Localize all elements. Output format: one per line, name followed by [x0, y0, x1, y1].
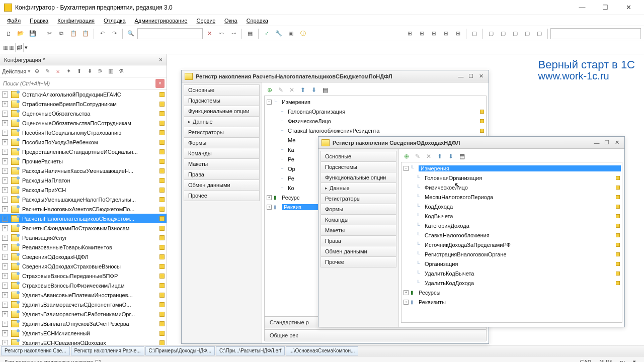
copy-icon[interactable]: ⧉	[56, 28, 67, 39]
expand-icon[interactable]: +	[2, 206, 8, 212]
props-dim-icon[interactable]: ▤	[320, 85, 330, 95]
tree-item[interactable]: +ОценочныеОбязательстваПоСотрудникам	[0, 118, 167, 128]
tree-node[interactable]: ╙ГоловнаяОрганизация	[266, 107, 485, 116]
menu-item[interactable]: Справка	[243, 17, 272, 25]
tb-r9[interactable]: ▢	[510, 28, 521, 39]
expand-icon[interactable]: +	[2, 340, 8, 345]
expand-icon[interactable]: +	[2, 225, 8, 231]
tree-node[interactable]: ╙УдалитьКодДохода	[403, 278, 621, 288]
expand-icon[interactable]: +	[2, 197, 8, 203]
add-dim-icon[interactable]: ⊕	[265, 85, 274, 95]
tree-item[interactable]: +ПрочиеРасчеты	[0, 156, 167, 166]
tree-item[interactable]: +РасчетыНалоговыхАгентовСБюджетомПо...	[0, 204, 167, 214]
tree-node[interactable]: ╙КодДохода	[403, 202, 621, 211]
form-tab[interactable]: Команды	[320, 214, 396, 225]
tree-node[interactable]: ╙МесяцНалоговогоПериода	[403, 192, 621, 202]
up-dim-icon[interactable]: ⬆	[435, 152, 444, 161]
toolbar-search[interactable]	[137, 28, 203, 39]
edit-dim-icon[interactable]: ✎	[413, 152, 422, 161]
edit-row-icon[interactable]: ✎	[43, 67, 52, 76]
wand-icon[interactable]: ✦	[64, 67, 73, 76]
tree-node[interactable]: ╙УдалитьКодВычета	[403, 268, 621, 278]
menu-item[interactable]: Правка	[26, 17, 52, 25]
form-tab[interactable]: Права	[320, 235, 396, 246]
tree-node[interactable]: ╙РегистрацияВналоговомОргане	[403, 249, 621, 259]
tb-r4[interactable]: ⊞	[440, 28, 451, 39]
undo-icon[interactable]: ↶	[97, 28, 108, 39]
tree-item[interactable]: +СведенияОДоходахСтраховыеВзносы	[0, 261, 167, 271]
edit-dim-icon[interactable]: ✎	[276, 85, 285, 95]
expand-icon[interactable]: +	[2, 302, 8, 308]
down-dim-icon[interactable]: ⬇	[309, 85, 318, 95]
add-dim-icon[interactable]: ⊕	[402, 152, 411, 161]
expand-icon[interactable]: +	[2, 321, 8, 327]
expand-icon[interactable]: +	[2, 130, 8, 136]
minimize-button[interactable]: —	[571, 0, 594, 15]
tree-node[interactable]: +▮Ресурсы	[403, 288, 621, 297]
config-tree[interactable]: +ОстаткиАлкогольнойПродукцииЕГАИС+Отрабо…	[0, 89, 167, 345]
form-tab[interactable]: Макеты	[320, 225, 396, 236]
menu-item[interactable]: Администрирование	[131, 17, 192, 25]
del-dim-icon[interactable]: ✕	[287, 85, 296, 95]
cfg-open-icon[interactable]: ▥	[3, 44, 8, 51]
tb-r10[interactable]: ▢	[522, 28, 533, 39]
win2-titlebar[interactable]: Регистр накопления СведенияОДоходахНДФЛ …	[318, 137, 624, 149]
win1-titlebar[interactable]: Регистр накопления РасчетыНалогоплательщ…	[182, 70, 489, 82]
form-tab[interactable]: Команды	[184, 148, 260, 159]
expand-icon[interactable]: +	[2, 216, 8, 222]
tree-node[interactable]: ╙ИсточникДоходаЗаПределамиРФ	[403, 240, 621, 249]
expand-icon[interactable]: +	[2, 168, 8, 174]
cfg-db-icon[interactable]: ▥	[9, 44, 14, 51]
save-icon[interactable]: 💾	[27, 28, 38, 39]
up-icon[interactable]: ⬆	[74, 67, 84, 76]
find-icon[interactable]: 🔍	[125, 28, 136, 39]
tb-r2[interactable]: ⊞	[416, 28, 427, 39]
win2-max-icon[interactable]: ☐	[602, 139, 611, 147]
form-tab[interactable]: Функциональные опции	[320, 172, 396, 183]
form-tab[interactable]: Подсистемы	[184, 95, 260, 106]
tree-item[interactable]: +ОтработанноеВремяПоСотрудникам	[0, 99, 167, 109]
expand-icon[interactable]: +	[2, 311, 8, 317]
expand-icon[interactable]: +	[2, 244, 8, 250]
form-tab[interactable]: Формы	[320, 204, 396, 215]
win2-min-icon[interactable]: —	[592, 139, 601, 147]
module-icon[interactable]: ▣	[285, 28, 296, 39]
cut-icon[interactable]: ✂	[44, 28, 55, 39]
tb-r8[interactable]: ▢	[498, 28, 509, 39]
form-tab[interactable]: Данные	[320, 183, 396, 194]
expand-icon[interactable]: +	[2, 149, 8, 155]
expand-icon[interactable]: +	[2, 235, 8, 241]
tree-node[interactable]: ╙Организация	[403, 259, 621, 268]
cfg-sheet-icon[interactable]: 🗐	[17, 45, 22, 51]
tree-node[interactable]: ╙СтавкаНалогообложения	[403, 230, 621, 240]
form-tab[interactable]: Основные	[184, 84, 260, 96]
tb-r11[interactable]: ▢	[534, 28, 545, 39]
tree-item[interactable]: +УдалитьАвансовыеПлатежиИностранцев...	[0, 290, 167, 300]
add-icon[interactable]: ⊕	[32, 67, 41, 76]
tree-item[interactable]: +РеализацияУслуг	[0, 233, 167, 242]
win2-close-icon[interactable]: ✕	[612, 139, 621, 147]
open-icon[interactable]: 📂	[15, 28, 26, 39]
expand-icon[interactable]: +	[2, 111, 8, 117]
tree-item[interactable]: +РасходыПриУСН	[0, 185, 167, 195]
form-tab[interactable]: Подсистемы	[320, 161, 396, 172]
sidebar-search-input[interactable]	[2, 80, 155, 87]
paste-icon[interactable]: 📋	[68, 28, 79, 39]
cfg-more-icon[interactable]: ▾	[25, 44, 28, 51]
expand-icon[interactable]: +	[2, 158, 8, 164]
maximize-button[interactable]: ☐	[594, 0, 617, 15]
tree-item[interactable]: +УдалитьВзаиморасчетыСРаботникамиОрг...	[0, 309, 167, 319]
tb-r6[interactable]: ▢	[469, 28, 480, 39]
tree-item[interactable]: +УдалитьЕСНСведенияОДоходах	[0, 338, 167, 345]
up-dim-icon[interactable]: ⬆	[298, 85, 307, 95]
taskbar-item[interactable]: Регистр накопления Расче...	[71, 346, 144, 355]
taskbar-item[interactable]: Регистр накопления Све...	[1, 346, 70, 355]
tb-r1[interactable]: ⊞	[404, 28, 415, 39]
tree-item[interactable]: +ПредоставленныеСтандартныеИСоциальн...	[0, 147, 167, 156]
sidebar-close-icon[interactable]: ×	[159, 56, 163, 63]
tree-item[interactable]: +РасчетыНалогоплательщиковСБюджетом...	[0, 214, 167, 223]
taskbar-item[interactable]: С:\Примеры\ДоходыНДФ...	[145, 346, 215, 355]
expand-icon[interactable]: +	[2, 187, 8, 193]
form-tab[interactable]: Макеты	[184, 158, 260, 169]
tree-item[interactable]: +РасчетыСФондамиПоСтраховымВзносам	[0, 223, 167, 233]
